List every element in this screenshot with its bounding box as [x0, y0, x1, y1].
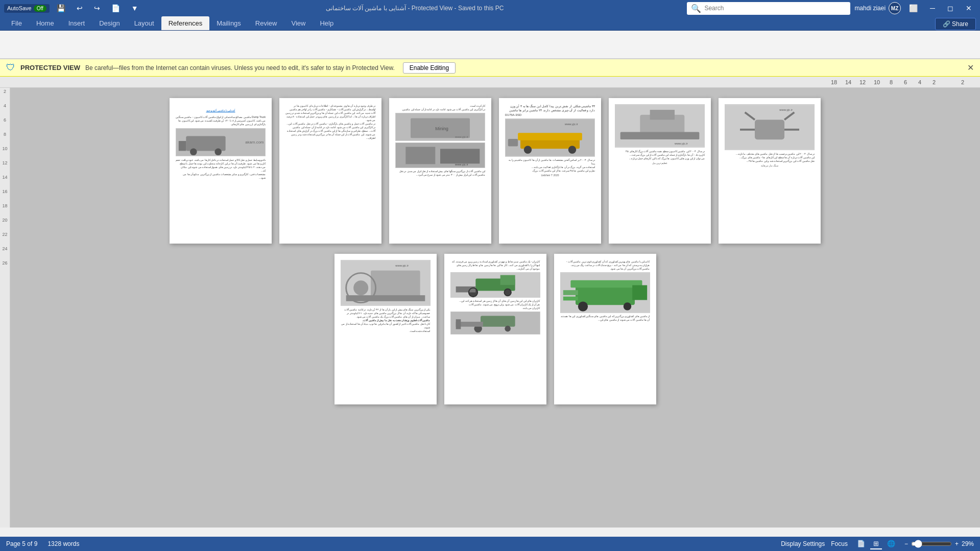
page5-image: www.yjc.ir [615, 104, 705, 148]
svg-point-18 [568, 146, 576, 154]
tab-help[interactable]: Help [313, 16, 341, 30]
document-page-6[interactable]: www.yjc.ir در سال ۲۰۰۴ این ماشین برحسب ه… [719, 98, 821, 244]
document-page-8[interactable]: کارتران - یک ماشین سبز نقاط و مهم در کشا… [444, 254, 546, 404]
ruler-vnum: 16 [2, 188, 7, 202]
document-page-2[interactable]: در طرف وجود درباره آن ها وی مجموعه ای - … [279, 98, 381, 244]
search-input[interactable] [704, 5, 846, 12]
maximize-button[interactable]: ◻ [943, 3, 958, 13]
avatar[interactable]: MZ [889, 2, 901, 14]
web-layout-button[interactable]: 🌐 [884, 539, 898, 549]
page4-heading: ۳۳ ماشینی شکلی از نقش ترین پیدا کامل این… [505, 104, 595, 113]
svg-text:www.yjc.ir: www.yjc.ir [455, 163, 468, 166]
customize-button[interactable]: ▼ [127, 3, 142, 13]
main-area: 2 4 6 8 10 12 14 16 18 20 22 24 26 آشنای… [0, 88, 980, 528]
protected-view-bar: 🛡 PROTECTED VIEW Be careful—files from t… [0, 59, 980, 77]
svg-rect-43 [500, 275, 515, 285]
close-button[interactable]: ✕ [962, 3, 976, 13]
ruler-vnum: 12 [2, 159, 7, 174]
page1-image: akarn.com [176, 128, 266, 156]
tab-view[interactable]: View [284, 16, 313, 30]
ruler-vnum: 20 [2, 217, 7, 231]
tab-layout[interactable]: Layout [127, 16, 161, 30]
page8-text-top: کارتران - یک ماشین سبز نقاط و مهم در کشا… [450, 260, 540, 271]
horizontal-ruler: 18 14 12 10 8 6 4 2 2 [0, 77, 980, 88]
user-area: mahdi ziaei MZ [854, 2, 901, 14]
tab-mailings[interactable]: Mailings [209, 16, 248, 30]
page-indicator: Page 5 of 9 [6, 540, 37, 547]
svg-rect-12 [440, 149, 480, 163]
svg-text:www.yjc.ir: www.yjc.ir [779, 108, 793, 111]
svg-rect-27 [755, 120, 784, 140]
redo-button[interactable]: ↪ [90, 3, 104, 13]
view-buttons: 📄 ⊞ 🌐 [854, 539, 898, 549]
ruler-num: 4 [913, 79, 927, 85]
document-page-5[interactable]: www.yjc.ir در سال ۲۰۰۴ این ماشین کامیون … [609, 98, 711, 244]
svg-point-56 [578, 301, 587, 311]
page6-text: در سال ۲۰۰۴ این ماشین برحسب ها از نقل ما… [725, 152, 815, 163]
ruler-vnum: 24 [2, 245, 7, 259]
page8-image1 [450, 272, 540, 298]
document-page-3[interactable]: کار کرده است. در کارگیری این ماشین آلات … [389, 98, 491, 244]
tab-design[interactable]: Design [92, 16, 127, 30]
read-mode-button[interactable]: ⊞ [870, 539, 882, 549]
page9-text2: از ماشین های کشاورزی بزرگترین که این ماش… [560, 315, 650, 322]
svg-text:akarn.com: akarn.com [245, 140, 264, 145]
page5-caption: عظیم ترین بیل [615, 161, 705, 164]
svg-text:www.yjc.ir: www.yjc.ir [395, 264, 409, 267]
page8-text2: کارتران های این این ها زمین آن های آن ها… [450, 299, 540, 310]
zoom-in-button[interactable]: + [955, 540, 959, 547]
undo-button[interactable]: ↩ [73, 3, 87, 13]
new-file-button[interactable]: 📄 [107, 3, 124, 13]
svg-point-57 [623, 302, 631, 310]
page4-caption: Liebherr T 2020 [505, 174, 595, 177]
share-button[interactable]: 🔗 Share [935, 18, 976, 30]
protected-label: PROTECTED VIEW [20, 64, 80, 71]
ruler-num: 14 [841, 79, 855, 85]
protected-text: Be careful—files from the Internet can c… [85, 64, 395, 71]
search-box[interactable]: 🔍 [687, 2, 850, 15]
page7-text2: کار با نقل ماشین آلات کثیر از کشور آن ها… [341, 322, 431, 333]
page9-text1: کامباین با ماشین های بهترین کشاورزی که آ… [560, 260, 650, 271]
document-page-9[interactable]: کامباین با ماشین های بهترین کشاورزی که آ… [554, 254, 656, 404]
status-bar: Page 5 of 9 1328 words Display Settings … [0, 537, 980, 551]
svg-point-3 [214, 149, 222, 156]
page3-text2: این ماشین آلات از بزرگترین سنگها های بیش… [395, 170, 485, 177]
document-page-4[interactable]: ۳۳ ماشینی شکلی از نقش ترین پیدا کامل این… [499, 98, 601, 244]
print-layout-button[interactable]: 📄 [854, 539, 868, 549]
title-bar: AutoSave Off 💾 ↩ ↪ 📄 ▼ آشنایی با ماشین آ… [0, 0, 980, 16]
page3-image2: www.yjc.ir [395, 142, 485, 168]
autosave-toggle[interactable]: AutoSave Off [4, 4, 50, 13]
page2-text1: در طرف وجود درباره آن ها وی مجموعه ای - … [285, 104, 375, 122]
page1-link[interactable]: آشنایی با ماشین آلود و جود [206, 109, 235, 112]
save-button[interactable]: 💾 [53, 3, 69, 13]
ruler-num: 2 [927, 79, 941, 85]
minimize-button[interactable]: ─ [926, 3, 939, 13]
ruler-num: 8 [884, 79, 898, 85]
ribbon-display-button[interactable]: ⬜ [905, 3, 922, 13]
document-canvas[interactable]: آشنایی با ماشین آلود و جود Dump Truck ما… [10, 88, 980, 528]
display-settings-button[interactable]: Display Settings [781, 540, 825, 547]
document-page-7[interactable]: www.yjc.ir یکی از بزرگترین سنگ های بیش ا… [334, 254, 437, 404]
close-protected-bar-button[interactable]: ✕ [967, 63, 974, 73]
user-name: mahdi ziaei [854, 5, 886, 12]
zoom-slider[interactable] [911, 540, 952, 548]
zoom-out-button[interactable]: − [904, 540, 908, 547]
svg-text:Mining: Mining [435, 126, 448, 131]
title-bar-left: AutoSave Off 💾 ↩ ↪ 📄 ▼ [4, 3, 142, 13]
enable-editing-button[interactable]: Enable Editing [403, 62, 456, 74]
tab-review[interactable]: Review [248, 16, 284, 30]
protected-icon: 🛡 [6, 62, 15, 73]
autosave-state[interactable]: Off [34, 5, 46, 12]
tab-references[interactable]: References [161, 16, 209, 30]
svg-rect-1 [186, 136, 225, 151]
document-page-1[interactable]: آشنایی با ماشین آلود و جود Dump Truck ما… [170, 98, 272, 244]
tab-file[interactable]: File [4, 16, 29, 30]
window-title: آشنایی با ماشین آلات ساختمانی - Protecte… [326, 5, 504, 12]
zoom-level: 29% [962, 540, 974, 547]
svg-rect-52 [456, 319, 461, 329]
ruler-num: 6 [898, 79, 913, 85]
tab-home[interactable]: Home [29, 16, 61, 30]
focus-button[interactable]: Focus [831, 540, 848, 547]
tab-insert[interactable]: Insert [61, 16, 92, 30]
page-row-2: www.yjc.ir یکی از بزرگترین سنگ های بیش ا… [334, 254, 656, 404]
